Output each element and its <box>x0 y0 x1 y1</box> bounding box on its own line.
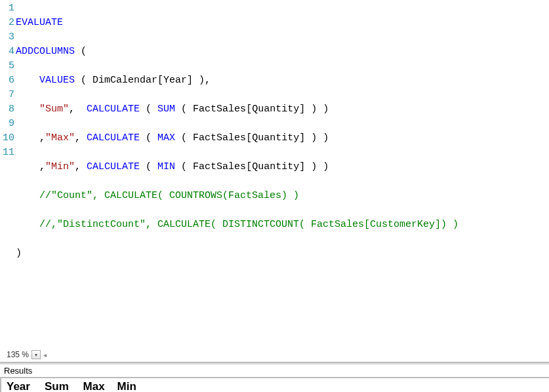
code-text <box>16 219 39 230</box>
function-min: MIN <box>157 161 175 172</box>
comment: //"Count", CALCULATE( COUNTROWS(FactSale… <box>39 190 299 201</box>
code-editor[interactable]: 1 2 3 4 5 6 7 8 9 10 11 EVALUATE ADDCOLU… <box>0 0 549 347</box>
column-ref: [Year] <box>157 75 193 86</box>
line-number: 1 <box>0 1 14 16</box>
string-literal: "Min" <box>45 161 75 172</box>
line-number: 6 <box>0 73 14 88</box>
results-grid[interactable]: Year Sum Max Min 2012 2013 2014 <box>0 377 549 392</box>
code-text: ( <box>140 104 157 115</box>
column-ref: [Quantity] <box>246 161 305 172</box>
code-text: ( FactSales <box>175 132 246 144</box>
code-text <box>16 75 39 86</box>
function-max: MAX <box>157 132 175 144</box>
function-calculate: CALCULATE <box>87 132 140 144</box>
line-number: 3 <box>0 30 14 45</box>
code-text: , <box>69 104 87 115</box>
function-addcolumns: ADDCOLUMNS <box>16 46 75 57</box>
line-number: 11 <box>0 146 14 160</box>
function-calculate: CALCULATE <box>87 161 140 172</box>
code-text: ) ) <box>305 132 329 144</box>
string-literal: "Sum" <box>39 104 69 115</box>
code-text: ( <box>75 46 87 57</box>
line-number: 5 <box>0 59 14 73</box>
code-text: ( <box>140 161 157 172</box>
column-ref: [Quantity] <box>246 132 305 144</box>
column-header-blank <box>144 378 549 392</box>
code-text: ) <box>16 248 22 259</box>
code-text: ( <box>140 132 157 144</box>
code-text: , <box>16 161 45 172</box>
column-header-min[interactable]: Min <box>112 378 144 392</box>
scroll-left-icon[interactable]: ◂ <box>43 351 47 359</box>
column-header-sum[interactable]: Sum <box>39 378 78 392</box>
code-text: , <box>16 132 45 144</box>
code-text: ( FactSales <box>175 161 246 172</box>
string-literal: "Max" <box>45 132 75 144</box>
code-text: ) ) <box>305 161 329 172</box>
code-text: , <box>75 132 87 144</box>
column-header-year[interactable]: Year <box>1 378 39 392</box>
line-number: 10 <box>0 131 14 146</box>
code-text: ( DimCalendar <box>75 75 157 86</box>
code-area[interactable]: EVALUATE ADDCOLUMNS ( VALUES ( DimCalend… <box>16 1 549 347</box>
results-table[interactable]: Year Sum Max Min 2012 2013 2014 <box>1 378 549 392</box>
code-text <box>16 104 39 115</box>
zoom-value: 135 % <box>7 350 29 359</box>
column-header-max[interactable]: Max <box>78 378 112 392</box>
function-sum: SUM <box>157 104 175 115</box>
line-number-gutter: 1 2 3 4 5 6 7 8 9 10 11 <box>0 1 16 347</box>
function-values: VALUES <box>39 75 75 86</box>
line-number: 8 <box>0 102 14 117</box>
code-text: ) ) <box>305 104 329 115</box>
zoom-dropdown-button[interactable]: ▾ <box>31 350 41 359</box>
line-number: 7 <box>0 88 14 102</box>
results-pane-label: Results <box>0 363 549 377</box>
function-calculate: CALCULATE <box>87 104 140 115</box>
code-text: ( FactSales <box>175 104 246 115</box>
line-number: 4 <box>0 45 14 59</box>
table-header-row: Year Sum Max Min <box>1 378 549 392</box>
code-text <box>16 190 39 201</box>
line-number: 2 <box>0 16 14 30</box>
code-text: ), <box>193 75 211 86</box>
keyword-evaluate: EVALUATE <box>16 17 63 28</box>
column-ref: [Quantity] <box>246 104 305 115</box>
line-number: 9 <box>0 117 14 131</box>
code-text: , <box>75 161 87 172</box>
comment: //,"DistinctCount", CALCULATE( DISTINCTC… <box>39 219 458 230</box>
zoom-bar: 135 % ▾ ◂ <box>0 347 549 362</box>
